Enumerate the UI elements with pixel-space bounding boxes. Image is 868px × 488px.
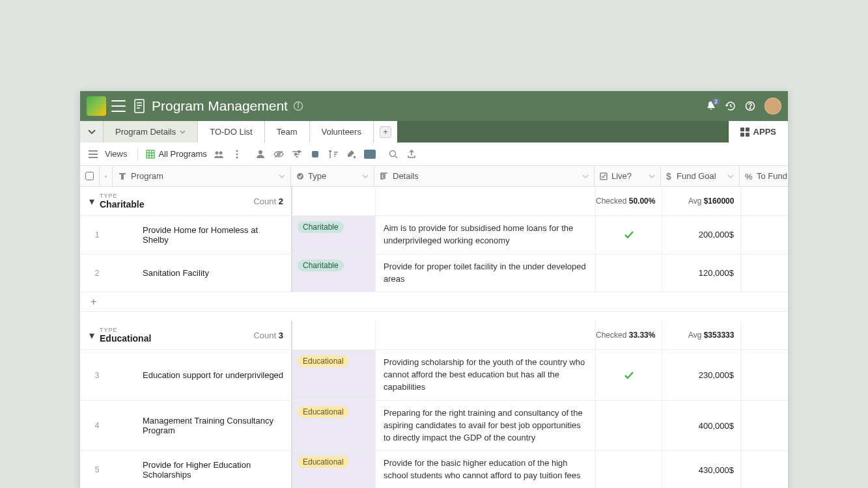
type-badge: Educational [298, 406, 349, 418]
column-live[interactable]: Live? [595, 166, 661, 186]
svg-rect-12 [746, 133, 749, 137]
type-badge: Educational [298, 355, 349, 367]
column-to-fund[interactable]: % To Fund [740, 166, 793, 186]
cell-type[interactable]: Charitable [292, 254, 376, 292]
svg-text:%: % [745, 172, 753, 180]
column-headers: Program Type TT Details Live? $ Fund Goa… [80, 166, 788, 187]
table-row[interactable]: 5 Provide for Higher Education Scholarsh… [80, 451, 788, 488]
tab-volunteers[interactable]: Volunteers [310, 121, 374, 142]
svg-line-37 [395, 156, 397, 158]
svg-point-32 [298, 150, 300, 152]
svg-point-8 [749, 108, 750, 109]
add-tab-button[interactable]: + [380, 126, 391, 138]
cell-fund-goal[interactable]: 200,000$ [662, 216, 741, 254]
history-icon[interactable] [725, 101, 736, 111]
group-type-label: TYPE [100, 327, 151, 333]
collaborators-icon[interactable] [254, 148, 267, 161]
hide-fields-icon[interactable] [272, 148, 285, 161]
lock-column [100, 166, 113, 186]
chevron-down-icon[interactable] [727, 174, 734, 178]
cell-live[interactable] [596, 216, 662, 254]
chevron-down-icon[interactable] [279, 174, 285, 178]
share-view-icon[interactable] [212, 148, 225, 161]
cell-type[interactable]: Charitable [292, 216, 376, 254]
current-view[interactable]: All Programs [146, 149, 206, 159]
group-toggle[interactable]: ▾ [89, 329, 94, 342]
cell-program[interactable]: Provide for Higher Education Scholarship… [127, 451, 292, 488]
column-program[interactable]: Program [113, 166, 291, 186]
sort-icon[interactable] [327, 148, 340, 161]
cell-fund-goal[interactable]: 230,000$ [662, 350, 741, 400]
cell-live[interactable] [596, 401, 662, 451]
column-fund-goal[interactable]: $ Fund Goal [661, 166, 740, 186]
group-type-label: TYPE [100, 193, 144, 199]
cell-live[interactable] [596, 451, 662, 488]
cell-fund-goal[interactable]: 430,000$ [662, 451, 741, 488]
type-badge: Charitable [298, 260, 344, 271]
views-list-icon[interactable] [87, 148, 100, 161]
more-icon[interactable] [231, 148, 244, 161]
select-all-checkbox[interactable] [85, 172, 94, 180]
table-row[interactable]: 1 Provide Home for Homeless at Shelby Ch… [80, 216, 788, 254]
menu-icon[interactable] [111, 100, 126, 112]
table-row[interactable]: 2 Sanitation Facility Charitable Provide… [80, 254, 788, 293]
cell-type[interactable]: Educational [292, 350, 376, 400]
apps-button[interactable]: APPS [728, 121, 788, 142]
cell-details[interactable]: Providing scholarship for the youth of t… [376, 350, 596, 400]
notification-button[interactable]: 2 [706, 101, 716, 111]
cell-fund-goal[interactable]: 120,000$ [662, 254, 741, 292]
cell-live[interactable] [596, 350, 662, 400]
select-all-cell[interactable] [80, 166, 100, 186]
app-logo[interactable] [87, 96, 106, 116]
currency-icon: $ [666, 172, 673, 181]
table-row[interactable]: 3 Education support for underprivileged … [80, 350, 788, 401]
cell-program[interactable]: Provide Home for Homeless at Shelby [127, 216, 292, 254]
tab-team[interactable]: Team [265, 121, 310, 142]
cell-fund-goal[interactable]: 400,000$ [662, 401, 741, 451]
chevron-down-icon[interactable] [362, 174, 369, 178]
user-avatar[interactable] [764, 98, 781, 115]
chevron-down-icon[interactable] [649, 174, 655, 178]
cell-to-fund[interactable] [741, 451, 794, 488]
checkbox-icon [600, 172, 608, 180]
row-height-icon[interactable] [363, 148, 376, 161]
table-row[interactable]: 4 Management Training Consultancy Progra… [80, 401, 788, 452]
row-number: 4 [80, 401, 114, 451]
cell-details[interactable]: Aim is to provide for subsidised home lo… [376, 216, 596, 254]
views-label[interactable]: Views [105, 149, 127, 159]
export-icon[interactable] [405, 148, 418, 161]
cell-program[interactable]: Management Training Consultancy Program [127, 401, 292, 451]
sheet-tabs: Program Details TO-DO List Team Voluntee… [80, 121, 788, 142]
cell-details[interactable]: Provide for the basic higher education o… [376, 451, 596, 488]
type-badge: Charitable [298, 221, 344, 233]
help-icon[interactable] [745, 101, 755, 111]
cell-to-fund[interactable] [741, 254, 794, 292]
color-icon[interactable] [345, 148, 358, 161]
search-icon[interactable] [387, 148, 400, 161]
column-details[interactable]: TT Details [374, 166, 595, 186]
cell-to-fund[interactable] [741, 350, 794, 400]
cell-type[interactable]: Educational [292, 451, 376, 488]
cell-to-fund[interactable] [741, 401, 794, 451]
tab-program-details[interactable]: Program Details [104, 121, 198, 142]
svg-rect-11 [740, 133, 744, 137]
group-icon[interactable] [309, 148, 322, 161]
cell-live[interactable] [596, 254, 662, 292]
cell-program[interactable]: Sanitation Facility [127, 254, 292, 292]
tabs-dropdown[interactable] [80, 121, 104, 142]
info-icon[interactable] [293, 101, 303, 111]
column-type[interactable]: Type [291, 166, 374, 186]
cell-program[interactable]: Education support for underprivileged [127, 350, 292, 400]
tab-todo-list[interactable]: TO-DO List [198, 121, 265, 142]
cell-details[interactable]: Provide for proper toilet facility in th… [376, 254, 596, 292]
divider [137, 148, 138, 160]
cell-type[interactable]: Educational [292, 401, 376, 451]
filter-icon[interactable] [290, 148, 303, 161]
chevron-down-icon[interactable] [582, 174, 589, 178]
add-row-button[interactable]: + [80, 292, 788, 312]
cell-details[interactable]: Preparing for the right training and con… [376, 401, 596, 451]
cell-to-fund[interactable] [741, 216, 794, 254]
group-type-value: Educational [100, 333, 151, 344]
header-actions: 2 [706, 98, 781, 115]
group-toggle[interactable]: ▾ [89, 195, 94, 208]
